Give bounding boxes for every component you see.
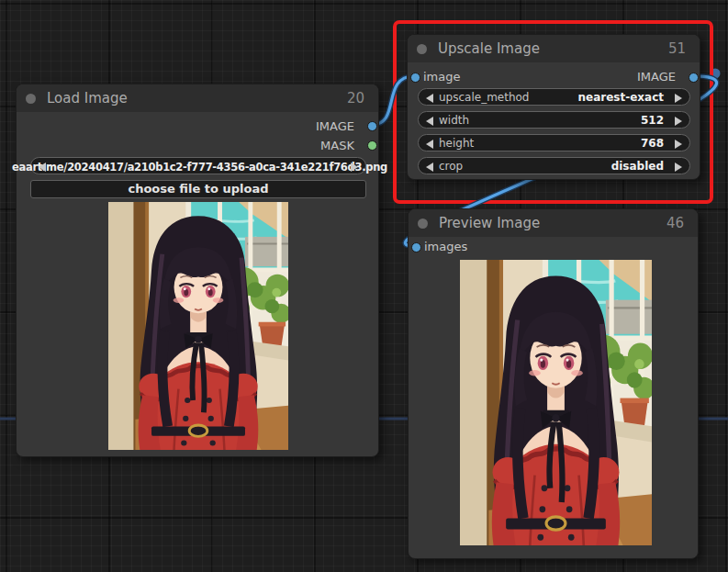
widget-value: nearest-exact bbox=[577, 91, 664, 104]
node-preview-image-header: Preview Image 46 bbox=[409, 209, 698, 237]
widget-label: upscale_method bbox=[439, 91, 529, 104]
output-label-image: IMAGE bbox=[316, 119, 354, 133]
node-load-image[interactable]: Load Image 20 IMAGE MASK eaart.me/202404… bbox=[16, 84, 379, 457]
node-upscale-image[interactable]: Upscale Image 51 image IMAGE upscale_met… bbox=[407, 34, 700, 180]
preview-image-output bbox=[460, 260, 652, 545]
input-slot-images[interactable] bbox=[411, 242, 421, 252]
input-label-image: image bbox=[423, 70, 461, 84]
widget-label: height bbox=[439, 137, 474, 150]
node-graph-canvas[interactable]: Load Image 20 IMAGE MASK eaart.me/202404… bbox=[0, 0, 728, 572]
widget-prev-arrow-icon[interactable] bbox=[426, 140, 433, 149]
collapse-dot-icon[interactable] bbox=[417, 44, 427, 54]
loaded-image-preview bbox=[108, 202, 288, 450]
input-slot-image[interactable] bbox=[410, 73, 420, 83]
node-id-badge: 46 bbox=[666, 215, 684, 231]
widget-prev-arrow-icon[interactable] bbox=[426, 94, 433, 103]
output-slot-image[interactable] bbox=[367, 121, 377, 131]
widget-next-arrow-icon[interactable] bbox=[675, 163, 682, 172]
widget-value: disabled bbox=[611, 160, 664, 173]
height-widget[interactable]: height 768 bbox=[418, 134, 690, 151]
filename-combo-widget[interactable]: eaart.me/20240417/a210b1c2-f777-4356-a0c… bbox=[30, 157, 366, 174]
filename-value: eaart.me/20240417/a210b1c2-f777-4356-a0c… bbox=[12, 161, 387, 174]
node-id-badge: 51 bbox=[668, 40, 686, 57]
node-title: Load Image bbox=[47, 90, 128, 107]
node-upscale-image-header: Upscale Image 51 bbox=[408, 35, 700, 62]
upscale-method-widget[interactable]: upscale_method nearest-exact bbox=[418, 88, 690, 106]
choose-file-button[interactable]: choose file to upload bbox=[30, 180, 366, 198]
crop-widget[interactable]: crop disabled bbox=[418, 157, 690, 174]
node-id-badge: 20 bbox=[347, 90, 364, 107]
node-title: Upscale Image bbox=[438, 40, 540, 57]
combo-next-arrow-icon[interactable] bbox=[351, 163, 358, 172]
widget-label: crop bbox=[439, 160, 463, 173]
widget-value: 768 bbox=[641, 137, 664, 150]
width-widget[interactable]: width 512 bbox=[418, 111, 690, 129]
widget-next-arrow-icon[interactable] bbox=[675, 94, 682, 103]
widget-prev-arrow-icon[interactable] bbox=[426, 117, 433, 126]
input-label-images: images bbox=[424, 240, 467, 253]
output-slot-mask[interactable] bbox=[367, 140, 377, 151]
widget-label: width bbox=[439, 114, 469, 127]
node-preview-image[interactable]: Preview Image 46 images bbox=[408, 208, 699, 559]
widget-value: 512 bbox=[641, 114, 664, 127]
combo-prev-arrow-icon[interactable] bbox=[39, 163, 46, 172]
widget-next-arrow-icon[interactable] bbox=[675, 117, 682, 126]
output-label-mask: MASK bbox=[320, 139, 354, 152]
output-label-image: IMAGE bbox=[637, 70, 676, 84]
collapse-dot-icon[interactable] bbox=[26, 94, 36, 104]
widget-next-arrow-icon[interactable] bbox=[675, 140, 682, 149]
node-title: Preview Image bbox=[439, 215, 540, 231]
output-slot-image[interactable] bbox=[689, 73, 699, 83]
collapse-dot-icon[interactable] bbox=[418, 219, 428, 229]
node-load-image-header: Load Image 20 bbox=[17, 84, 378, 112]
widget-prev-arrow-icon[interactable] bbox=[426, 163, 433, 172]
